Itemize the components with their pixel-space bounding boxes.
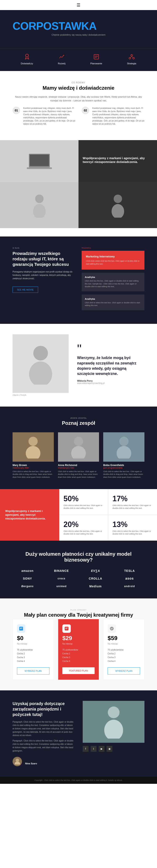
see-more-button[interactable]: SEE ME MOVIE	[12, 286, 38, 293]
mission-right: Rozwój Marketing Internetowy Click click…	[82, 247, 145, 313]
quote-person-image	[12, 334, 69, 393]
instagram-icon[interactable]: ◉	[106, 746, 113, 752]
mission-section: O nas Prowadzimy wszelkiego rodzaju usłu…	[0, 237, 157, 324]
team-card-3: Boba Greenfields guru programowania Clic…	[103, 432, 145, 479]
copyright-text: Copyright - Click click to select the te…	[12, 779, 145, 781]
team-card-2: Anna Richmond Inwestycyjny lider Click c…	[58, 432, 99, 479]
hamburger-menu[interactable]: ☰	[76, 2, 81, 7]
team-member-role-1: Inwestycyjny lider	[12, 467, 54, 469]
youtube-icon[interactable]: ▶	[99, 746, 104, 752]
twitter-icon[interactable]: t	[91, 746, 96, 752]
svg-point-33	[16, 759, 19, 762]
image-grid-section: Współpracujemy z markami i agencjami, ab…	[0, 140, 157, 237]
logos-grid: amazon BINANCE EV∑A TESLA SONY crocs CRO…	[12, 569, 145, 588]
about-col-2: 02 Komfort produkować maj, chłopiec, któ…	[82, 106, 145, 130]
analytics-label-1: Analityka	[85, 276, 141, 278]
stats-grid: 50% Click click to select this text box.…	[59, 489, 157, 540]
quote-image-container: Zdjęcie z freepik.	[12, 334, 69, 396]
stats-section: Współpracujemy z markami i agencjami, ab…	[0, 489, 157, 540]
stat-label-2: Click click to select the text box. Clic…	[113, 504, 153, 509]
price-button-3[interactable]: WYBIERZ PLAN	[107, 667, 140, 675]
bottom-bar: Copyright - Click click to select the te…	[0, 777, 157, 784]
svg-point-34	[14, 762, 20, 765]
pricing-grid: $0 Na miesiąc 75 użytkowników Cecha 2 Ce…	[12, 619, 145, 680]
svg-rect-13	[27, 167, 52, 169]
stat-number-3: 20%	[63, 520, 104, 529]
mission-text: Pomagamy lokalnym organizacjom non-profi…	[12, 270, 75, 280]
logo-amazon: amazon	[21, 569, 33, 572]
feature-item-4: Strategia	[127, 53, 136, 65]
price-icon-3	[107, 624, 116, 633]
analytics-block-2: Analityka Click click to select the text…	[82, 294, 145, 310]
strategy-icon	[128, 53, 135, 61]
feature-item-plan2-1: 75 użytkowników	[62, 648, 95, 652]
svg-point-24	[119, 437, 128, 446]
pricing-label: Plan cenowy	[12, 609, 145, 611]
mission-columns: O nas Prowadzimy wszelkiego rodzaju usłu…	[12, 247, 145, 313]
number-badge-2: 02	[82, 106, 89, 114]
logo-evsa: EV∑A	[91, 569, 100, 572]
mission-right-label: Rozwój	[82, 247, 145, 249]
price-icon-2	[62, 624, 71, 633]
facebook-icon[interactable]: f	[83, 746, 89, 752]
svg-point-1	[63, 55, 64, 56]
svg-point-25	[117, 446, 131, 459]
logo-sony: SONY	[23, 577, 32, 580]
svg-point-16	[114, 194, 122, 203]
feature-label-3: Planowanie	[90, 62, 102, 65]
price-features-3: 75 użytkowników Cecha 2 Cecha 3 Cecha 4	[107, 648, 140, 663]
feature-item-plan3-2: Cecha 2	[107, 652, 140, 656]
price-amount-2: $29	[62, 635, 95, 642]
footer-cta-right: f t ▶ ◉	[83, 701, 145, 766]
team-member-image-1	[12, 432, 54, 462]
price-button-2[interactable]: FEATURED PLAN	[62, 667, 95, 674]
feature-label-1: Doświadczy	[21, 62, 33, 65]
team-member-name-1: Mary Brown	[12, 464, 54, 467]
team-section: Jeden Zespół Poznaj zespół Mary Brown In…	[0, 407, 157, 489]
top-navigation: ☰	[0, 0, 157, 10]
stat-number-2: 17%	[113, 494, 153, 503]
team-card-1: Mary Brown Inwestycyjny lider Click clic…	[12, 432, 54, 479]
footer-cta-section: Uzyskaj porady dotyczące zarządzania pie…	[0, 690, 157, 777]
hero-subtitle: Chętnie podzielimy się naszą radą i dośw…	[12, 33, 145, 36]
stats-left-text: Współpracujemy z markami i agencjami, ab…	[5, 509, 54, 521]
item-text-1: Komfort produkować maj, chłopiec, który …	[23, 106, 75, 125]
logo-tesla: TESLA	[124, 569, 135, 572]
svg-rect-27	[20, 628, 22, 628]
feature-item-plan2-4: Cecha 4	[62, 659, 95, 663]
stat-label-3: Click click to select the text box. Clic…	[63, 530, 104, 535]
price-features-1: 75 użytkowników Cecha 2 Cecha 3 Cecha 4	[17, 648, 50, 663]
hero-title-part2: STAWKA	[52, 20, 96, 32]
feature-item-plan2-2: Cecha 2	[62, 652, 95, 656]
logo-android: android	[124, 585, 135, 588]
numbered-item-1: 01 Komfort produkować maj, chłopiec, któ…	[12, 106, 75, 125]
footer-cta-title: Uzyskaj porady dotyczące zarządzania pie…	[12, 701, 74, 717]
quote-content: " Wierzymy, że ludzie mogą być naprawdę …	[77, 346, 145, 384]
feature-item-plan3-1: 75 użytkowników	[107, 648, 140, 652]
image-caption-dark: Współpracujemy z markami i agencjami, ab…	[78, 140, 157, 182]
logo-binance: BINANCE	[54, 569, 69, 572]
analytics-label-2: Analityka	[85, 298, 141, 300]
feature-item-2: Rozwój	[58, 53, 65, 65]
team-member-role-2: Inwestycyjny lider	[58, 467, 99, 469]
stat-number-4: 13%	[113, 520, 153, 529]
stat-cell-2: 17% Click click to select the text box. …	[108, 489, 157, 515]
svg-line-9	[130, 56, 132, 58]
feature-item-3: Planowanie	[90, 53, 102, 65]
price-icon-1	[17, 624, 25, 633]
growth-icon	[58, 53, 65, 61]
price-button-1[interactable]: WYBIERZ PLAN	[17, 667, 50, 675]
team-member-image-3	[103, 432, 145, 462]
pricing-section: Plan cenowy Mały plan cenowy dla Twojej …	[0, 598, 157, 690]
image-label: Zdjęcie z freepik.	[12, 394, 69, 396]
team-title: Poznaj zespół	[12, 420, 145, 426]
stat-label-1: Click click to select this text box. Cli…	[63, 504, 104, 509]
team-grid: Mary Brown Inwestycyjny lider Click clic…	[12, 432, 145, 479]
svg-rect-12	[30, 155, 49, 166]
price-amount-3: $59	[107, 635, 140, 642]
svg-point-23	[71, 446, 86, 459]
feature-item-plan3-3: Cecha 3	[107, 656, 140, 659]
price-period-1: Na miesiąc	[17, 643, 50, 645]
feature-item-1: Doświadczy	[21, 53, 33, 65]
caption-title: Współpracujemy z markami i agencjami, ab…	[83, 156, 153, 164]
